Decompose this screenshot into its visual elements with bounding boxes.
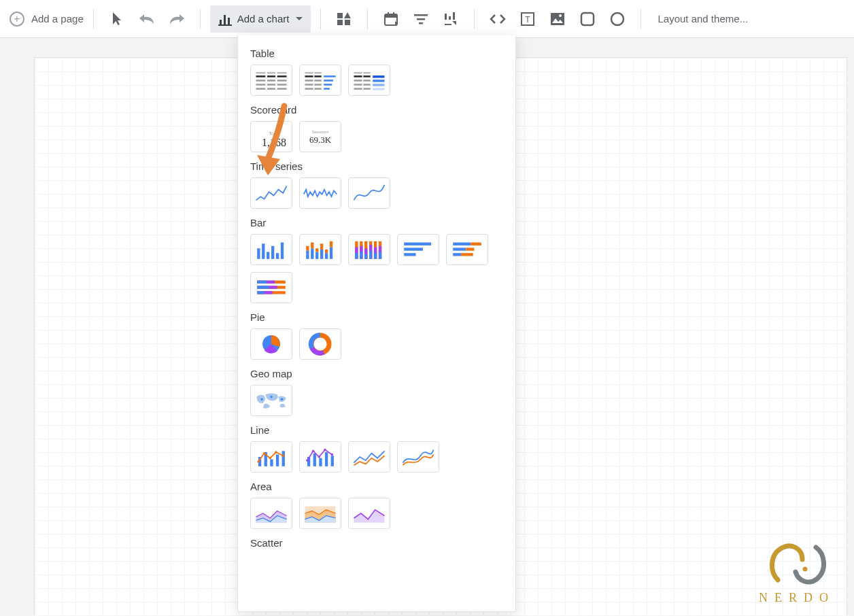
chart-thumb-pie[interactable] <box>250 328 292 360</box>
data-control-button[interactable] <box>437 5 464 33</box>
undo-icon <box>138 12 156 26</box>
select-tool-button[interactable] <box>103 5 131 33</box>
svg-rect-14 <box>417 18 425 20</box>
svg-rect-82 <box>320 250 323 259</box>
svg-rect-70 <box>373 88 384 90</box>
chart-thumb-combo-2[interactable] <box>299 441 341 473</box>
svg-rect-136 <box>282 451 285 466</box>
svg-rect-90 <box>330 241 332 247</box>
text-box-button[interactable]: T <box>514 5 541 33</box>
date-range-control-button[interactable] <box>377 5 405 33</box>
chart-thumb-bar-horizontal[interactable] <box>397 234 439 265</box>
svg-point-149 <box>318 456 320 458</box>
svg-rect-54 <box>324 80 333 82</box>
svg-rect-62 <box>363 80 370 82</box>
svg-point-131 <box>281 398 283 400</box>
chart-thumb-bar-100-stacked-horizontal[interactable] <box>250 272 292 303</box>
toolbar-separator <box>200 9 201 29</box>
svg-rect-115 <box>466 247 474 250</box>
filter-icon <box>413 13 428 25</box>
circle-shape-button[interactable] <box>604 5 631 33</box>
svg-rect-112 <box>453 243 471 245</box>
svg-rect-73 <box>257 248 260 259</box>
svg-rect-31 <box>256 75 265 78</box>
filter-control-button[interactable] <box>407 5 434 33</box>
add-chart-button[interactable]: Add a chart <box>210 5 311 33</box>
chart-thumb-area-stacked[interactable] <box>250 498 292 529</box>
svg-rect-111 <box>404 253 415 256</box>
svg-rect-96 <box>360 252 362 258</box>
chart-thumb-geo-map[interactable] <box>250 385 292 416</box>
svg-point-151 <box>331 454 333 456</box>
community-visualizations-button[interactable] <box>330 5 358 33</box>
svg-rect-34 <box>256 80 265 82</box>
svg-rect-43 <box>305 72 313 74</box>
svg-rect-15 <box>419 22 423 24</box>
svg-rect-63 <box>354 84 362 86</box>
section-geo-map: Geo map <box>250 368 503 379</box>
svg-rect-13 <box>414 14 428 16</box>
chart-thumb-scorecard-compact[interactable]: Sessions 69.3K <box>299 121 341 152</box>
svg-point-148 <box>312 450 314 452</box>
svg-rect-6 <box>345 20 350 25</box>
add-page-button[interactable]: + Add a page <box>10 5 84 33</box>
layout-theme-button[interactable]: Layout and theme... <box>651 5 755 33</box>
redo-button[interactable] <box>163 5 190 33</box>
svg-point-140 <box>275 451 277 453</box>
chart-thumb-table-bars[interactable] <box>299 65 341 96</box>
toolbar-separator <box>320 9 321 29</box>
image-button[interactable] <box>544 5 571 33</box>
chart-thumb-bar-stacked-horizontal[interactable] <box>446 234 488 265</box>
svg-rect-48 <box>314 80 321 82</box>
svg-point-138 <box>263 452 265 454</box>
calendar-icon <box>383 12 398 27</box>
svg-rect-32 <box>267 75 275 78</box>
svg-rect-80 <box>311 248 313 259</box>
chart-thumb-timeseries-line[interactable] <box>250 177 292 209</box>
chart-thumb-timeseries-smooth[interactable] <box>348 177 390 209</box>
add-chart-label: Add a chart <box>237 13 290 24</box>
bar-chart-icon <box>218 12 232 26</box>
chart-thumb-line-smooth-multi[interactable] <box>397 441 439 473</box>
svg-rect-83 <box>325 253 328 259</box>
svg-rect-79 <box>306 251 309 259</box>
image-icon <box>550 12 565 26</box>
redo-icon <box>168 12 186 26</box>
svg-rect-86 <box>311 243 313 249</box>
svg-rect-116 <box>453 253 461 256</box>
shapes-icon <box>336 12 352 27</box>
chart-thumb-donut[interactable] <box>299 328 341 360</box>
chart-thumb-line-multi[interactable] <box>348 441 390 473</box>
svg-rect-77 <box>276 253 279 259</box>
chart-thumb-bar-column[interactable] <box>250 234 292 265</box>
svg-point-130 <box>270 396 272 398</box>
chart-thumb-area-single[interactable] <box>348 498 390 529</box>
svg-rect-29 <box>267 72 275 74</box>
svg-rect-5 <box>337 20 343 25</box>
chart-thumb-table-heatmap[interactable] <box>348 65 390 96</box>
chart-thumb-timeseries-spark[interactable] <box>299 177 341 209</box>
svg-rect-57 <box>354 72 362 74</box>
nerdo-logo-icon <box>764 539 830 588</box>
svg-rect-42 <box>277 88 287 90</box>
chart-thumb-table-basic[interactable] <box>250 65 292 96</box>
url-embed-button[interactable] <box>484 5 511 33</box>
undo-button[interactable] <box>133 5 160 33</box>
chart-thumb-bar-stacked-column[interactable] <box>299 234 341 265</box>
svg-rect-53 <box>324 75 335 78</box>
svg-rect-41 <box>267 88 275 90</box>
chart-thumb-combo-1[interactable] <box>250 441 292 473</box>
svg-point-137 <box>257 460 259 462</box>
svg-rect-18 <box>453 12 455 20</box>
svg-point-27 <box>611 13 624 25</box>
chart-thumb-area-100[interactable] <box>299 498 341 529</box>
svg-rect-51 <box>305 88 313 90</box>
svg-rect-28 <box>256 72 265 74</box>
chart-thumb-bar-100-stacked-column[interactable] <box>348 234 390 265</box>
svg-rect-81 <box>315 252 318 258</box>
svg-rect-78 <box>281 243 284 259</box>
watermark-text: NERDO <box>759 591 835 605</box>
svg-rect-123 <box>257 286 269 288</box>
svg-rect-59 <box>354 75 362 78</box>
rectangle-shape-button[interactable] <box>574 5 601 33</box>
